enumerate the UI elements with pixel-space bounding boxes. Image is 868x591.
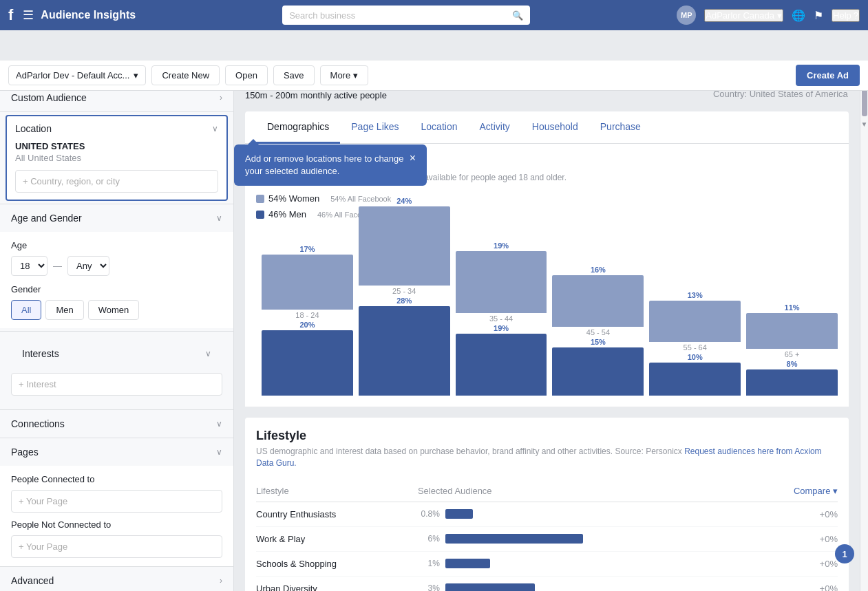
men-pct-55-64: 10% <box>688 353 703 361</box>
location-all: All United States <box>15 153 218 163</box>
bar-group-35-44: 19% 35 - 44 19% <box>456 241 547 396</box>
sidebar: CREATE AUDIENCE Custom Audience › Locati… <box>0 61 234 591</box>
scroll-down-icon[interactable]: ▼ <box>860 119 868 129</box>
pages-header[interactable]: Pages ∨ <box>0 438 233 466</box>
chevron-down-icon: ∨ <box>216 213 222 223</box>
tab-page-likes[interactable]: Page Likes <box>340 111 410 144</box>
gender-women-button[interactable]: Women <box>88 300 140 320</box>
connected-page-input[interactable] <box>11 490 222 513</box>
chevron-down-icon: ▾ <box>353 70 358 80</box>
men-bar-35-44 <box>456 334 547 396</box>
women-pct-35-44: 19% <box>494 241 509 250</box>
open-button[interactable]: Open <box>225 65 268 85</box>
tab-location[interactable]: Location <box>410 111 469 144</box>
col-compare[interactable]: Compare ▾ <box>749 480 838 502</box>
women-pct-55-64: 13% <box>688 291 703 299</box>
search-input[interactable] <box>289 10 508 21</box>
men-pct-35-44: 19% <box>494 324 509 332</box>
chevron-right-icon: › <box>220 576 222 585</box>
location-header[interactable]: Location ∨ <box>15 123 218 134</box>
legend-row: 54% Women 54% All Facebook <box>256 193 838 204</box>
chevron-down-icon: ▾ <box>833 486 838 496</box>
people-connected-label: People Connected to <box>11 474 222 484</box>
location-tooltip: × Add or remove locations here to change… <box>234 144 427 186</box>
account-dropdown[interactable]: AdParlor Dev - Default Acc... ▾ <box>8 65 146 85</box>
globe-icon[interactable]: 🌐 <box>792 9 805 22</box>
avatar[interactable]: MP <box>677 6 696 25</box>
chevron-down-icon: ▾ <box>777 10 782 21</box>
create-ad-button[interactable]: Create Ad <box>796 65 860 86</box>
men-pct-45-54: 15% <box>591 338 606 346</box>
age-gender-section: Age 182125 — Any2535455565+ Gender All M… <box>0 232 233 328</box>
lifestyle-section: Lifestyle US demographic and interest da… <box>245 418 849 591</box>
age-label-45-54: 45 - 54 <box>586 328 610 336</box>
search-bar-container: 🔍 <box>282 6 530 25</box>
tabs: Demographics Page Likes Location Activit… <box>245 111 849 144</box>
sidebar-item-connections: Connections ∨ <box>0 410 233 438</box>
women-bar-55-64 <box>649 301 741 342</box>
advanced-header[interactable]: Advanced › <box>0 567 233 591</box>
gender-label: Gender <box>11 284 222 294</box>
age-label: Age <box>11 240 222 250</box>
age-row: 182125 — Any2535455565+ <box>11 256 222 276</box>
tab-demographics[interactable]: Demographics <box>256 111 340 144</box>
lifestyle-row-urban: Urban Diversity 3% +0% <box>256 576 838 591</box>
tab-household[interactable]: Household <box>521 111 589 144</box>
chevron-down-icon: ∨ <box>212 124 218 133</box>
pages-inner: People Connected to People Not Connected… <box>0 466 233 566</box>
men-bar-45-54 <box>552 347 644 396</box>
age-label-25-34: 25 - 34 <box>392 287 416 295</box>
lifestyle-change-schools: +0% <box>749 551 838 576</box>
lifestyle-label-country: Country Enthusiasts <box>256 502 418 526</box>
help-button[interactable]: Help ? <box>832 9 860 22</box>
legend-men-row: 46% Men 46% All Facebook <box>256 209 838 219</box>
lifestyle-bar-country: 0.8% <box>418 502 749 526</box>
women-bar-25-34 <box>359 206 450 286</box>
women-bar-45-54 <box>552 275 644 327</box>
people-not-connected-label: People Not Connected to <box>11 519 222 530</box>
lifestyle-bar-urban: 3% <box>418 576 749 591</box>
not-connected-page-input[interactable] <box>11 535 222 558</box>
flag-icon[interactable]: ⚑ <box>814 9 823 22</box>
age-dash: — <box>53 261 62 271</box>
notification-badge[interactable]: 1 <box>835 544 854 563</box>
bar-group-45-54: 16% 45 - 54 15% <box>552 266 644 396</box>
lifestyle-change-country: +0% <box>749 502 838 526</box>
age-to-select[interactable]: Any2535455565+ <box>67 256 109 276</box>
men-pct-65plus: 8% <box>787 360 798 368</box>
tab-purchase[interactable]: Purchase <box>589 111 652 144</box>
men-color-icon <box>256 211 264 219</box>
save-button[interactable]: Save <box>273 65 315 85</box>
age-gender-header[interactable]: Age and Gender ∨ <box>0 204 233 232</box>
col-selected: Selected Audience <box>418 480 749 502</box>
bar-group-65plus: 11% 65 + 8% <box>746 303 838 396</box>
lifestyle-table: Lifestyle Selected Audience Compare ▾ Co… <box>256 480 838 591</box>
hamburger-icon[interactable]: ☰ <box>23 8 34 23</box>
lifestyle-bar-work: 6% <box>418 526 749 551</box>
interest-input[interactable] <box>11 373 222 396</box>
right-scrollbar: ▲ ▼ <box>860 61 868 591</box>
location-section: Location ∨ UNITED STATES All United Stat… <box>6 115 228 201</box>
connections-header[interactable]: Connections ∨ <box>0 410 233 438</box>
account-button[interactable]: AdParlor Canada ▾ <box>704 9 783 22</box>
lifestyle-bar-schools: 1% <box>418 551 749 576</box>
more-button[interactable]: More ▾ <box>320 65 369 85</box>
lifestyle-note: US demographic and interest data based o… <box>256 446 838 469</box>
create-new-button[interactable]: Create New <box>151 65 220 85</box>
location-input[interactable] <box>15 170 218 193</box>
gender-men-button[interactable]: Men <box>45 300 83 320</box>
women-bar-35-44 <box>456 251 547 313</box>
tab-activity[interactable]: Activity <box>468 111 520 144</box>
age-from-select[interactable]: 182125 <box>11 256 47 276</box>
bar-group-55-64: 13% 55 - 64 10% <box>649 291 741 396</box>
women-pct-18-24: 17% <box>299 245 315 253</box>
men-bar-18-24 <box>262 330 353 396</box>
gender-all-button[interactable]: All <box>11 300 41 320</box>
lifestyle-change-work: +0% <box>749 526 838 551</box>
col-lifestyle: Lifestyle <box>256 480 418 502</box>
bar-fill-work <box>445 534 583 544</box>
interests-header[interactable]: Interests ∨ <box>11 340 222 367</box>
lifestyle-label-work: Work & Play <box>256 526 418 551</box>
women-pct-65plus: 11% <box>785 303 800 312</box>
tooltip-close-button[interactable]: × <box>410 153 416 164</box>
